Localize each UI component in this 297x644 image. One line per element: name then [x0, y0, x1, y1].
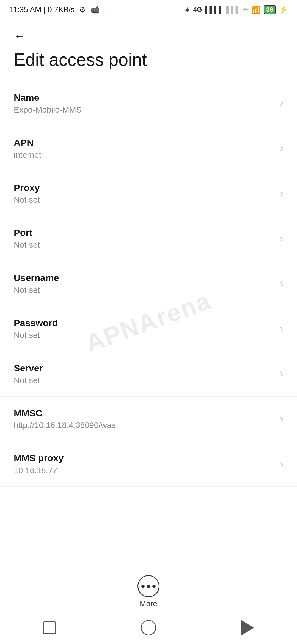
setting-item-proxy[interactable]: ProxyNot set›	[0, 171, 297, 216]
chevron-icon-mms-proxy: ›	[280, 458, 283, 470]
back-arrow-icon: ←	[13, 29, 25, 43]
setting-label-mmsc: MMSC	[14, 408, 274, 419]
setting-item-apn[interactable]: APNinternet›	[0, 126, 297, 171]
signal-bars2-icon: ▌▌▌	[226, 6, 240, 13]
more-circle-icon	[138, 575, 160, 597]
setting-content-apn: APNinternet	[14, 137, 274, 160]
nav-back-button[interactable]	[237, 617, 258, 639]
setting-content-mms-proxy: MMS proxy10.16.18.77	[14, 452, 274, 475]
setting-content-proxy: ProxyNot set	[14, 182, 274, 205]
back-icon	[241, 620, 254, 635]
setting-content-mmsc: MMSChttp://10.16.18.4:38090/was	[14, 408, 274, 430]
more-label: More	[140, 599, 157, 608]
setting-label-name: Name	[14, 92, 274, 103]
setting-value-mmsc: http://10.16.18.4:38090/was	[14, 420, 274, 430]
setting-label-proxy: Proxy	[14, 182, 274, 193]
charging-icon: ⚡	[279, 5, 288, 14]
setting-label-username: Username	[14, 272, 274, 283]
chevron-icon-server: ›	[280, 368, 283, 380]
setting-label-apn: APN	[14, 137, 274, 148]
status-bar: 11:35 AM | 0.7KB/s ⚙ 📹 ∗ 4G ▌▌▌▌ ▌▌▌ ✕ 📶…	[0, 0, 297, 19]
setting-item-password[interactable]: PasswordNot set›	[0, 306, 297, 351]
setting-value-password: Not set	[14, 330, 274, 340]
setting-label-server: Server	[14, 362, 274, 374]
settings-icon: ⚙	[79, 5, 86, 14]
more-button[interactable]: More	[138, 575, 160, 608]
setting-label-port: Port	[14, 227, 274, 238]
header: ← Edit access point	[0, 19, 297, 73]
signal-bars-icon: ▌▌▌▌	[205, 6, 223, 13]
setting-item-server[interactable]: ServerNot set›	[0, 351, 297, 397]
chevron-icon-apn: ›	[280, 143, 283, 154]
setting-content-name: NameExpo-Mobile-MMS	[14, 92, 274, 115]
status-time: 11:35 AM | 0.7KB/s ⚙ 📹	[9, 5, 100, 14]
status-icons: ∗ 4G ▌▌▌▌ ▌▌▌ ✕ 📶 38 ⚡	[184, 5, 288, 14]
setting-value-username: Not set	[14, 285, 274, 295]
setting-value-apn: internet	[14, 150, 274, 160]
chevron-icon-port: ›	[280, 233, 283, 244]
setting-content-password: PasswordNot set	[14, 317, 274, 340]
nav-home-button[interactable]	[138, 617, 160, 639]
bluetooth-icon: ∗	[184, 5, 190, 14]
chevron-icon-name: ›	[280, 97, 283, 109]
setting-label-mms-proxy: MMS proxy	[14, 452, 274, 464]
more-dots-icon	[141, 585, 156, 588]
camera-icon: 📹	[90, 5, 100, 14]
back-button[interactable]: ←	[11, 28, 28, 44]
battery-icon: 38	[264, 5, 276, 14]
nav-recents-button[interactable]	[38, 617, 61, 639]
setting-content-server: ServerNot set	[14, 362, 274, 385]
setting-item-name[interactable]: NameExpo-Mobile-MMS›	[0, 81, 297, 126]
setting-value-name: Expo-Mobile-MMS	[14, 105, 274, 115]
setting-value-server: Not set	[14, 375, 274, 385]
chevron-icon-username: ›	[280, 278, 283, 290]
setting-label-password: Password	[14, 317, 274, 329]
time-text: 11:35 AM | 0.7KB/s	[9, 5, 75, 14]
wifi-icon: 📶	[251, 5, 261, 14]
setting-content-username: UsernameNot set	[14, 272, 274, 295]
no-signal-icon: ✕	[243, 6, 249, 13]
setting-item-username[interactable]: UsernameNot set›	[0, 261, 297, 306]
battery-percent: 38	[266, 6, 273, 13]
setting-item-port[interactable]: PortNot set›	[0, 216, 297, 261]
setting-value-port: Not set	[14, 240, 274, 250]
chevron-icon-password: ›	[280, 323, 283, 334]
setting-item-mmsc[interactable]: MMSChttp://10.16.18.4:38090/was›	[0, 397, 297, 442]
setting-value-proxy: Not set	[14, 195, 274, 205]
signal-4g-icon: 4G	[193, 6, 202, 13]
setting-item-mms-proxy[interactable]: MMS proxy10.16.18.77›	[0, 441, 297, 487]
setting-content-port: PortNot set	[14, 227, 274, 250]
home-icon	[141, 620, 156, 635]
page-title: Edit access point	[11, 50, 286, 70]
chevron-icon-mmsc: ›	[280, 413, 283, 425]
recents-icon	[43, 621, 56, 634]
nav-bar	[0, 611, 297, 644]
settings-list: NameExpo-Mobile-MMS›APNinternet›ProxyNot…	[0, 81, 297, 487]
chevron-icon-proxy: ›	[280, 188, 283, 199]
setting-value-mms-proxy: 10.16.18.77	[14, 465, 274, 475]
